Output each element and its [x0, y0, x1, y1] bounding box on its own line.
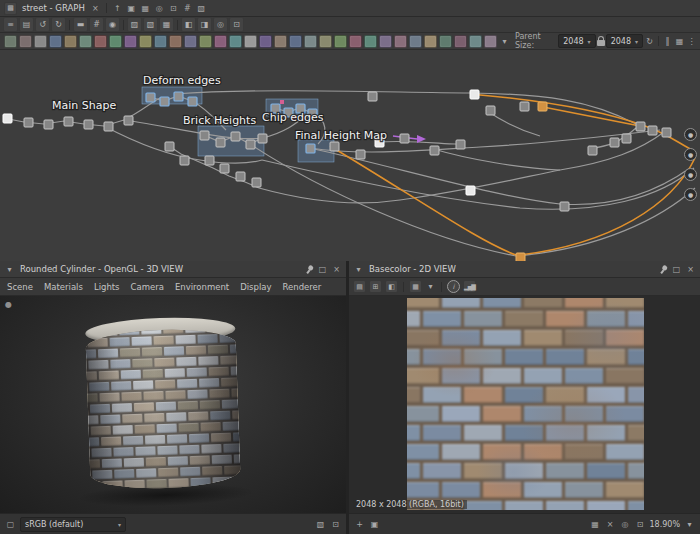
- filter-nodes-icon[interactable]: ▦: [674, 36, 685, 47]
- node-preset-icon[interactable]: [259, 35, 272, 48]
- menu-lights[interactable]: Lights: [94, 282, 120, 292]
- graph-node[interactable]: [648, 126, 657, 135]
- close-panel-icon[interactable]: ×: [331, 264, 342, 275]
- expand-icon[interactable]: ⊡: [330, 519, 341, 530]
- node-preset-icon[interactable]: [319, 35, 332, 48]
- node-preset-icon[interactable]: [184, 35, 197, 48]
- more-presets-icon[interactable]: ▾: [499, 36, 510, 47]
- save-texture-icon[interactable]: ▤: [353, 280, 366, 293]
- open-reference-icon[interactable]: ▣: [126, 3, 137, 14]
- fit-all-icon[interactable]: ⊡: [168, 3, 179, 14]
- node-preset-icon[interactable]: [214, 35, 227, 48]
- display-icon[interactable]: ▢: [5, 519, 16, 530]
- graph-node[interactable]: [662, 128, 671, 137]
- node-preset-icon[interactable]: [409, 35, 422, 48]
- graph-node[interactable]: [84, 120, 93, 129]
- export-texture-icon[interactable]: ⊞: [369, 280, 382, 293]
- graph-node[interactable]: [188, 97, 197, 106]
- parent-size-width-select[interactable]: 2048 ▾: [558, 34, 595, 48]
- node-preset-icon[interactable]: [109, 35, 122, 48]
- align-left-icon[interactable]: ◧: [181, 17, 196, 32]
- output-toggle-button[interactable]: ●: [684, 128, 697, 141]
- menu-materials[interactable]: Materials: [44, 282, 83, 292]
- redo-icon[interactable]: ↻: [51, 17, 66, 32]
- parent-graph-icon[interactable]: ↑: [112, 3, 123, 14]
- graph-node[interactable]: [236, 172, 245, 181]
- reset-size-icon[interactable]: ↻: [644, 36, 655, 47]
- graph-node[interactable]: [180, 156, 189, 165]
- background-toggle-icon[interactable]: ▣: [369, 519, 380, 530]
- histogram-icon[interactable]: ▂▅▇: [463, 280, 476, 293]
- save-graph-icon[interactable]: ▤: [19, 17, 34, 32]
- show-grid-icon[interactable]: ▦: [140, 3, 151, 14]
- close-graph-tab-icon[interactable]: ×: [90, 3, 101, 14]
- node-preset-icon[interactable]: [169, 35, 182, 48]
- graph-node[interactable]: [636, 122, 645, 131]
- graph-node[interactable]: [486, 106, 495, 115]
- graph-node[interactable]: [124, 116, 133, 125]
- graph-node[interactable]: [231, 132, 240, 141]
- menu-display[interactable]: Display: [240, 282, 271, 292]
- node-preset-icon[interactable]: [439, 35, 452, 48]
- pin-node-icon[interactable]: ◉: [105, 17, 120, 32]
- link-display-icon[interactable]: ▧: [196, 3, 207, 14]
- node-preset-icon[interactable]: [4, 35, 17, 48]
- graph-node[interactable]: [560, 202, 569, 211]
- straight-links-icon[interactable]: ▨: [127, 17, 142, 32]
- chevron-down-icon[interactable]: ▾: [425, 281, 436, 292]
- hide-links-icon[interactable]: ▦: [159, 17, 174, 32]
- graph-node[interactable]: [252, 178, 261, 187]
- graph-menu-icon[interactable]: ≡: [3, 17, 18, 32]
- node-preset-icon[interactable]: [244, 35, 257, 48]
- graph-node[interactable]: [246, 140, 255, 149]
- menu-renderer[interactable]: Renderer: [283, 282, 322, 292]
- options-icon[interactable]: ⋮: [686, 36, 697, 47]
- graph-node[interactable]: [3, 114, 12, 123]
- node-preset-icon[interactable]: [349, 35, 362, 48]
- align-right-icon[interactable]: ◨: [197, 17, 212, 32]
- fit-texture-icon[interactable]: ⊡: [634, 519, 645, 530]
- node-preset-icon[interactable]: [19, 35, 32, 48]
- graph-node[interactable]: [174, 92, 183, 101]
- colorspace-select[interactable]: sRGB (default) ▾: [20, 517, 126, 532]
- menu-environment[interactable]: Environment: [175, 282, 229, 292]
- graph-node[interactable]: [330, 142, 339, 151]
- node-graph[interactable]: Deform edgesMain ShapeBrick HeightsChip …: [0, 50, 700, 261]
- pin-panel-icon[interactable]: [303, 262, 317, 276]
- pause-engine-icon[interactable]: ‖: [662, 36, 673, 47]
- node-preset-icon[interactable]: [139, 35, 152, 48]
- float-panel-icon[interactable]: □: [317, 264, 328, 275]
- clear-view-icon[interactable]: ×: [604, 519, 615, 530]
- node-preset-icon[interactable]: [34, 35, 47, 48]
- graph-node[interactable]: [160, 97, 169, 106]
- float-panel-icon[interactable]: □: [671, 264, 682, 275]
- graph-node[interactable]: [470, 90, 479, 99]
- node-preset-icon[interactable]: [484, 35, 497, 48]
- graph-node[interactable]: [200, 131, 209, 140]
- node-preset-icon[interactable]: [394, 35, 407, 48]
- compare-icon[interactable]: ◧: [385, 280, 398, 293]
- graph-node[interactable]: [205, 156, 214, 165]
- graph-node[interactable]: [306, 144, 315, 153]
- graph-node[interactable]: [610, 138, 619, 147]
- graph-node[interactable]: [220, 164, 229, 173]
- 2d-viewport[interactable]: 2048 x 2048 (RGBA, 16bit): [349, 296, 700, 513]
- output-toggle-button[interactable]: ●: [684, 148, 697, 161]
- graph-node[interactable]: [622, 134, 631, 143]
- graph-node[interactable]: [538, 102, 547, 111]
- menu-camera[interactable]: Camera: [131, 282, 164, 292]
- graph-node[interactable]: [104, 122, 113, 131]
- cylinder-3d-model[interactable]: [85, 315, 241, 500]
- graph-node[interactable]: [516, 253, 525, 261]
- pin-panel-icon[interactable]: [657, 262, 671, 276]
- graph-node[interactable]: [258, 134, 267, 143]
- info-icon[interactable]: i: [447, 280, 460, 293]
- node-preset-icon[interactable]: [379, 35, 392, 48]
- center-texture-icon[interactable]: ◎: [619, 519, 630, 530]
- graph-node[interactable]: [588, 146, 597, 155]
- node-preset-icon[interactable]: [289, 35, 302, 48]
- graph-node[interactable]: [400, 134, 409, 143]
- node-preset-icon[interactable]: [199, 35, 212, 48]
- node-preset-icon[interactable]: [229, 35, 242, 48]
- fit-view-icon[interactable]: ⊡: [229, 17, 244, 32]
